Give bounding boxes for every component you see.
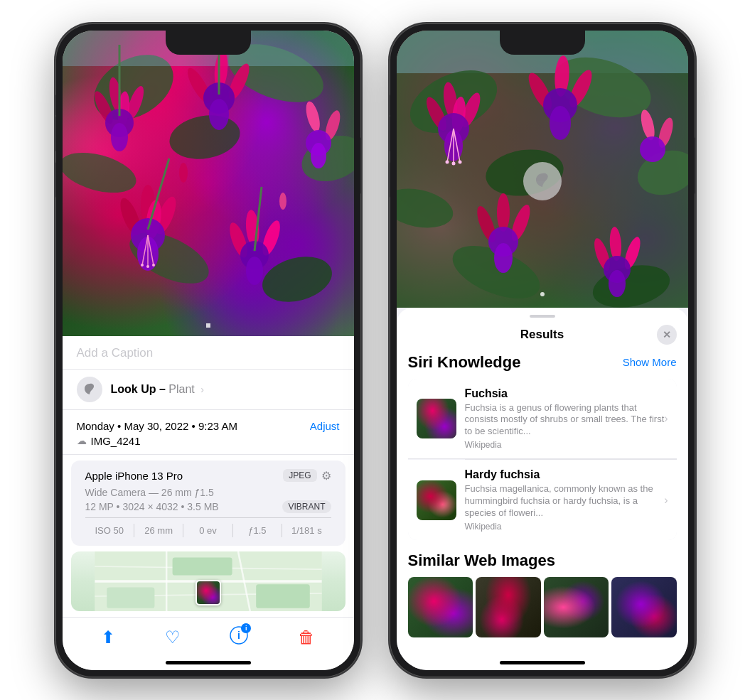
notch-2 — [500, 31, 585, 55]
svg-point-19 — [303, 99, 322, 133]
camera-detail-2: 12 MP • 3024 × 4032 • 3.5 MB VIBRANT — [85, 500, 331, 513]
info-icon-wrapper[interactable]: i ✦ i — [230, 626, 248, 649]
share-icon[interactable]: ⬆ — [101, 628, 115, 647]
side-button-2 — [695, 137, 695, 194]
svg-point-79 — [458, 160, 461, 163]
volume-down-button — [55, 162, 56, 198]
device-name: Apple iPhone 13 Pro — [85, 470, 183, 482]
fuchsia-thumbnail — [417, 399, 456, 438]
visual-lookup-button[interactable] — [523, 162, 562, 200]
close-button[interactable]: ✕ — [657, 325, 677, 345]
result-item-fuchsia[interactable]: Fuchsia Fuchsia is a genus of flowering … — [408, 379, 677, 460]
show-more-button[interactable]: Show More — [623, 356, 677, 368]
phone-2-screen: Results ✕ Siri Knowledge Show More — [397, 31, 688, 670]
similar-images-grid — [408, 577, 677, 637]
caption-area[interactable]: Add a Caption — [63, 336, 354, 370]
visual-lookup-dot — [540, 292, 545, 296]
lookup-icon-circle — [77, 377, 102, 402]
volume-down-button-2 — [390, 162, 390, 198]
svg-point-40 — [179, 163, 188, 183]
exif-focal: 26 mm — [134, 524, 183, 537]
lookup-chevron: › — [200, 384, 204, 395]
sheet-header: Results ✕ — [397, 318, 688, 350]
svg-point-13 — [111, 123, 128, 151]
phone-1-screen: Add a Caption Look Up – Plant › — [63, 31, 354, 670]
phone-1: Add a Caption Look Up – Plant › — [55, 23, 361, 677]
svg-point-2 — [166, 109, 243, 163]
info-badge-dot: i — [241, 623, 251, 633]
svg-point-32 — [141, 264, 144, 266]
svg-point-84 — [550, 106, 571, 140]
exif-ev: 0 ev — [183, 524, 232, 537]
map-area[interactable] — [71, 551, 345, 611]
device-section: Apple iPhone 13 Pro JPEG ⚙ Wide Camera —… — [71, 461, 345, 546]
caption-input[interactable]: Add a Caption — [77, 346, 154, 360]
silent-switch — [55, 95, 56, 116]
hardy-description: Fuchsia magellanica, commonly known as t… — [465, 483, 668, 519]
adjust-button[interactable]: Adjust — [310, 420, 340, 432]
results-sheet: Results ✕ Siri Knowledge Show More — [397, 308, 688, 670]
fuchsia-source: Wikipedia — [465, 440, 668, 450]
notch — [166, 31, 251, 55]
similar-image-2[interactable] — [476, 577, 541, 637]
photo-area-1[interactable] — [63, 31, 354, 336]
hardy-thumb-bg — [417, 480, 456, 520]
svg-rect-53 — [172, 557, 232, 575]
jpeg-badge: JPEG — [283, 469, 316, 482]
result-card-1[interactable]: Fuchsia Fuchsia is a genus of flowering … — [408, 379, 677, 540]
leaf-lookup-icon — [532, 171, 552, 191]
leaf-icon — [82, 382, 97, 397]
svg-point-39 — [246, 257, 263, 285]
page-indicator — [206, 323, 210, 328]
svg-point-78 — [451, 161, 455, 165]
fuchsia-thumb-bg — [417, 399, 456, 438]
result-item-hardy[interactable]: Hardy fuchsia Fuchsia magellanica, commo… — [408, 460, 677, 540]
camera-detail-1: Wide Camera — 26 mm ƒ1.5 — [85, 487, 331, 498]
flower-svg-1 — [63, 31, 354, 336]
svg-rect-55 — [256, 584, 310, 608]
siri-knowledge-header: Siri Knowledge Show More — [408, 353, 677, 372]
hardy-chevron: › — [664, 494, 668, 507]
svg-rect-54 — [107, 587, 154, 608]
fuchsia-result-text: Fuchsia Fuchsia is a genus of flowering … — [465, 387, 668, 451]
lookup-row[interactable]: Look Up – Plant › — [63, 370, 354, 410]
settings-icon[interactable]: ⚙ — [321, 469, 331, 483]
home-indicator-1 — [166, 661, 251, 664]
hardy-name: Hardy fuchsia — [465, 468, 668, 481]
side-button — [360, 137, 361, 194]
lookup-label: Look Up – Plant › — [111, 383, 204, 396]
cloud-icon: ☁ — [77, 435, 87, 446]
volume-up-button — [55, 116, 56, 151]
similar-image-1[interactable] — [408, 577, 473, 637]
map-photo-thumb — [195, 580, 221, 605]
photo-date: Monday • May 30, 2022 • 9:23 AM — [77, 420, 237, 432]
fuchsia-chevron: › — [664, 412, 668, 425]
volume-up-button-2 — [390, 116, 390, 151]
hardy-result-text: Hardy fuchsia Fuchsia magellanica, commo… — [465, 468, 668, 532]
exif-shutter: 1/181 s — [282, 524, 331, 537]
similar-images-title: Similar Web Images — [408, 551, 677, 570]
hardy-source: Wikipedia — [465, 522, 668, 532]
sheet-content[interactable]: Siri Knowledge Show More Fuchsia — [397, 350, 688, 670]
filename: IMG_4241 — [91, 435, 141, 447]
exif-iso: ISO 50 — [85, 524, 134, 537]
trash-icon[interactable]: 🗑 — [298, 628, 315, 647]
svg-point-22 — [311, 143, 326, 168]
flower-photo-1 — [63, 31, 354, 336]
fuchsia-description: Fuchsia is a genus of flowering plants t… — [465, 402, 668, 438]
svg-point-77 — [445, 160, 449, 163]
metadata-section: Monday • May 30, 2022 • 9:23 AM Adjust ☁… — [63, 410, 354, 455]
svg-point-92 — [494, 243, 513, 273]
svg-point-97 — [609, 270, 626, 297]
similar-image-4[interactable] — [611, 577, 677, 637]
heart-icon[interactable]: ♡ — [165, 628, 181, 647]
svg-point-34 — [152, 264, 155, 266]
svg-point-6 — [257, 249, 336, 309]
similar-image-3[interactable] — [544, 577, 609, 637]
exif-row: ISO 50 26 mm 0 ev ƒ1.5 1/181 s — [85, 517, 331, 537]
vibrant-badge: VIBRANT — [282, 500, 331, 513]
siri-knowledge-title: Siri Knowledge — [408, 353, 521, 372]
fuchsia-name: Fuchsia — [465, 387, 668, 400]
photo-area-2 — [397, 31, 688, 308]
sheet-title: Results — [428, 328, 657, 342]
